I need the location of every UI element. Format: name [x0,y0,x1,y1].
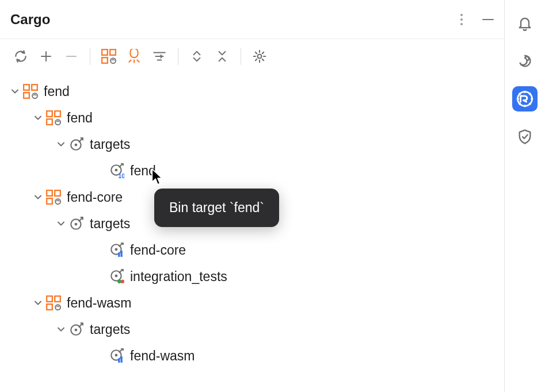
tree-node-lib-fend-core[interactable]: fend-core [0,237,504,263]
tree-node-package-fend[interactable]: fend [0,105,504,131]
refresh-icon [13,49,28,64]
chevron-down-icon[interactable] [55,325,67,334]
panel-title: Cargo [10,11,50,28]
settings-button[interactable] [247,44,272,69]
svg-rect-15 [121,356,123,363]
svg-rect-11 [121,251,123,257]
chevron-down-icon[interactable] [55,140,67,149]
svg-text:10: 10 [118,172,124,178]
spiral-tool-button[interactable] [512,48,538,74]
rust-icon [516,90,533,107]
crate-grid-icon [101,49,116,64]
shield-check-icon [517,129,533,145]
svg-rect-10 [118,252,120,257]
node-label: fend [130,163,156,179]
node-label: targets [90,216,130,232]
filter-lines-icon [152,49,167,64]
node-label: fend-core [130,243,186,258]
spiral-icon [517,53,533,69]
crate-icon [23,84,38,99]
lib-target-icon [109,348,124,363]
cargo-tool-button[interactable] [512,86,538,112]
minus-icon [64,49,78,63]
header-actions [456,9,495,30]
plus-icon [39,49,53,63]
node-label: fend-wasm [67,295,131,311]
security-tool-button[interactable] [512,124,538,149]
expand-all-icon [190,50,203,63]
chevron-down-icon[interactable] [55,219,67,228]
panel-header: Cargo [0,0,504,39]
tree-node-lib-fend-wasm[interactable]: fend-wasm [0,343,504,369]
chevron-down-icon[interactable] [32,193,44,202]
crate-icon [46,110,61,125]
tree-node-workspace-fend[interactable]: fend [0,78,504,105]
target-icon [69,216,84,231]
tooltip: Bin target `fend` [154,189,279,227]
node-label: targets [90,137,130,152]
node-label: integration_tests [130,269,227,285]
node-label: fend-core [67,190,123,205]
expand-all-button[interactable] [184,44,209,69]
add-button[interactable] [33,44,59,69]
node-label: fend [44,84,70,99]
binary-target-icon: 10 [109,163,124,178]
tree-node-targets[interactable]: targets [0,316,504,343]
node-label: fend [67,110,93,126]
tree-node-package-fend-wasm[interactable]: fend-wasm [0,290,504,316]
target-icon [69,322,84,337]
tree-node-test-integration-tests[interactable]: integration_tests [0,263,504,290]
crate-icon [46,295,61,310]
bell-icon [517,15,533,31]
chevron-down-icon[interactable] [32,113,44,122]
chevron-down-icon[interactable] [9,87,21,96]
filter-button[interactable] [147,44,172,69]
gear-icon [252,49,267,64]
test-target-icon [109,269,124,284]
svg-point-13 [121,279,125,283]
tooltip-text: Bin target `fend` [169,200,264,215]
minimize-button[interactable] [481,13,495,26]
toolbar [0,39,504,74]
tree-node-bin-fend[interactable]: 10 fend [0,157,504,184]
cargo-tree: fend fend targets 10 fend [0,74,504,392]
right-tool-rail [505,0,545,392]
collapse-all-icon [216,50,228,63]
notifications-button[interactable] [512,10,538,36]
node-label: fend-wasm [130,348,195,364]
svg-point-8 [258,55,262,59]
bug-horseshoe-icon [127,49,142,64]
svg-rect-14 [118,358,120,363]
remove-button[interactable] [59,44,84,69]
project-structure-button[interactable] [96,44,121,69]
chevron-down-icon[interactable] [32,298,44,308]
target-icon [69,137,84,152]
attach-feature-button[interactable] [121,44,147,69]
collapse-all-button[interactable] [209,44,235,69]
crate-icon [46,190,61,205]
lib-target-icon [109,243,124,258]
refresh-button[interactable] [8,44,33,69]
node-label: targets [90,322,130,337]
more-options-button[interactable] [456,9,467,30]
tree-node-targets[interactable]: targets [0,131,504,157]
